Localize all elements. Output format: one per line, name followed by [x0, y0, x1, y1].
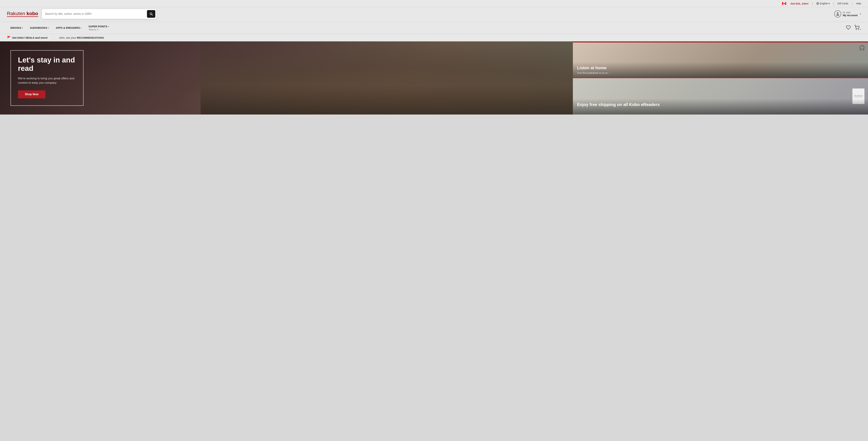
- user-icon: [836, 12, 840, 16]
- ebooks-chevron-icon: ▾: [22, 27, 23, 29]
- gift-cards-link[interactable]: Gift Cards: [837, 2, 848, 5]
- cart-button[interactable]: ▾: [854, 25, 861, 31]
- nav-bar: eBOOKS ▾ AUDIOBOOKS ▾ APPS & eREADERS ▾ …: [0, 22, 868, 34]
- nav-ebooks[interactable]: eBOOKS ▾: [7, 23, 27, 32]
- hero-title: Let's stay in and read: [18, 56, 76, 73]
- header-right: Hi, John My Account ▾: [834, 10, 861, 18]
- svg-point-4: [858, 29, 859, 30]
- hi-label: Hi, John: [843, 11, 858, 14]
- divider-2: |: [833, 2, 834, 5]
- account-icon: [834, 10, 841, 18]
- nav-super-points[interactable]: SUPER POINTS ▾ Balance: 0: [85, 22, 112, 34]
- logo-rakuten: Rakuten: [7, 11, 25, 16]
- listen-subtitle-text: Your first audiobook is on us: [577, 71, 608, 74]
- nav-apps-ereaders[interactable]: APPS & eREADERS ▾: [53, 23, 85, 32]
- recommendations-link: RECOMMENDATIONS: [77, 36, 104, 39]
- hero-main[interactable]: Let's stay in and read We're working to …: [0, 41, 573, 115]
- search-button[interactable]: [147, 10, 155, 18]
- heart-icon: [846, 25, 851, 30]
- language-selector[interactable]: English ▾: [816, 2, 830, 5]
- account-chevron-icon: ▾: [860, 13, 861, 15]
- account-text: Hi, John My Account: [843, 11, 858, 17]
- deals-flag-icon: 🚩: [7, 36, 11, 39]
- svg-point-3: [856, 29, 857, 30]
- utility-bar: 🇨🇦 Get $15, John! | English ▾ | Gift Car…: [0, 0, 868, 7]
- search-input[interactable]: [45, 12, 147, 15]
- logo[interactable]: Rakuten kobo: [7, 11, 38, 17]
- nav-audiobooks[interactable]: AUDIOBOOKS ▾: [27, 23, 53, 32]
- super-points-label-wrap: SUPER POINTS ▾: [89, 25, 109, 28]
- language-chevron-icon: ▾: [829, 2, 830, 5]
- audiobooks-chevron-icon: ▾: [48, 27, 49, 29]
- listen-title: Listen at home: [577, 65, 864, 70]
- recommendations-prefix: John, see your: [59, 36, 77, 39]
- account-area[interactable]: Hi, John My Account ▾: [834, 10, 861, 18]
- listen-subtitle: Your first audiobook is on us ›: [577, 71, 864, 74]
- shop-now-button[interactable]: Shop Now: [18, 90, 45, 98]
- apps-ereaders-label: APPS & eREADERS: [56, 27, 80, 29]
- shipping-title: Enjoy free shipping on all Kobo eReaders: [577, 102, 864, 107]
- deals-left[interactable]: 🚩 Get DAILY DEALS and more!: [7, 36, 48, 39]
- search-icon: [149, 12, 153, 16]
- language-label: English: [820, 2, 828, 5]
- help-link[interactable]: Help: [856, 2, 861, 5]
- shipping-subtitle: [577, 108, 864, 111]
- hero-border-box: Let's stay in and read We're working to …: [10, 50, 84, 106]
- super-points-balance: Balance: 0: [89, 29, 98, 31]
- hero-subtitle: We're working to bring you great offers …: [18, 76, 76, 85]
- hero-section: Let's stay in and read We're working to …: [0, 41, 868, 115]
- audiobooks-label: AUDIOBOOKS: [30, 27, 47, 29]
- ebooks-label: eBOOKS: [10, 27, 21, 29]
- hero-right: 🎧 Listen at home Your first audiobook is…: [573, 41, 868, 115]
- search-box: [42, 9, 157, 19]
- hero-listen-at-home[interactable]: 🎧 Listen at home Your first audiobook is…: [573, 41, 868, 78]
- divider-1: |: [812, 2, 813, 5]
- cart-icon: [854, 25, 860, 30]
- red-accent-bar: [573, 41, 868, 42]
- logo-kobo: kobo: [27, 11, 38, 16]
- listen-arrow-icon: ›: [609, 71, 610, 74]
- nav-right-icons: ▾: [846, 25, 861, 31]
- deals-text: Get DAILY DEALS and more!: [12, 36, 48, 39]
- header: Rakuten kobo Hi, John My Account ▾: [0, 7, 868, 22]
- listen-content: Listen at home Your first audiobook is o…: [573, 62, 868, 78]
- logo-underline: [7, 17, 38, 17]
- apps-chevron-icon: ▾: [81, 27, 82, 29]
- svg-point-2: [837, 12, 838, 14]
- cart-chevron-icon: ▾: [860, 29, 861, 30]
- ereader-text: Kobo eReader text preview lines here: [854, 95, 864, 98]
- super-points-chevron-icon: ▾: [108, 26, 109, 28]
- headphones-icon: 🎧: [859, 45, 865, 51]
- globe-icon: [816, 2, 819, 5]
- deals-divider: |: [53, 36, 54, 39]
- get-deal-link[interactable]: Get $15, John!: [790, 2, 808, 5]
- hero-content: Let's stay in and read We're working to …: [10, 50, 84, 106]
- deals-bar: 🚩 Get DAILY DEALS and more! | John, see …: [0, 34, 868, 41]
- my-account-label: My Account: [843, 14, 858, 17]
- shipping-content: Enjoy free shipping on all Kobo eReaders: [573, 99, 868, 115]
- divider-3: |: [852, 2, 852, 5]
- hero-image-overlay: [200, 41, 573, 115]
- logo-text: Rakuten kobo: [7, 11, 38, 16]
- recommendations-area[interactable]: John, see your RECOMMENDATIONS: [59, 36, 104, 39]
- canada-flag-icon: 🇨🇦: [782, 1, 786, 6]
- super-points-label: SUPER POINTS: [89, 25, 107, 28]
- wishlist-button[interactable]: [846, 25, 851, 31]
- hero-free-shipping[interactable]: Kobo eReader text preview lines here Enj…: [573, 78, 868, 115]
